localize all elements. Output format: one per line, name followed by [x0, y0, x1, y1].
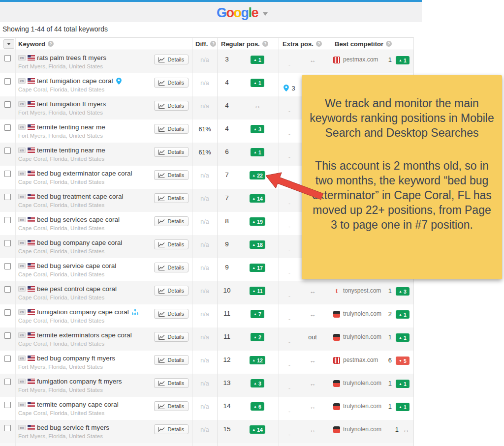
- details-button[interactable]: Details: [154, 216, 189, 226]
- regular-pos-up-badge: ▲7: [251, 310, 264, 318]
- keyword-cell: enbed bug treatment cape coralCape Coral…: [16, 189, 192, 212]
- triangle-up-icon: ▲: [399, 382, 402, 386]
- row-checkbox[interactable]: [4, 309, 11, 316]
- triangle-up-icon: ▲: [253, 58, 257, 61]
- row-checkbox[interactable]: [4, 286, 11, 293]
- diff-value: 61%: [198, 126, 211, 143]
- details-button[interactable]: Details: [154, 78, 189, 88]
- triangle-up-icon: ▲: [253, 127, 257, 131]
- details-button[interactable]: Details: [154, 124, 189, 134]
- help-icon[interactable]: ?: [210, 41, 216, 47]
- details-button[interactable]: Details: [154, 378, 189, 388]
- extra-pos-change: ↔: [300, 311, 325, 327]
- row-checkbox[interactable]: [4, 263, 11, 269]
- details-button[interactable]: Details: [154, 170, 189, 180]
- column-header-diff-label: Diff.: [195, 40, 208, 48]
- search-engine-selector[interactable]: Google: [217, 6, 268, 20]
- details-button[interactable]: Details: [154, 332, 189, 342]
- regular-pos-up-badge: ▲6: [251, 402, 264, 411]
- row-checkbox[interactable]: [4, 356, 11, 362]
- competitor-domain-link[interactable]: trulynolen.com: [343, 426, 392, 433]
- row-checkbox[interactable]: [4, 217, 11, 223]
- help-icon[interactable]: ?: [316, 41, 322, 47]
- keyword-cell: entent fumigation ft myersFort Myers, Fl…: [16, 96, 192, 119]
- extra-pos-change: ↔: [300, 57, 325, 73]
- triangle-up-icon: ▲: [253, 335, 257, 339]
- row-checkbox[interactable]: [4, 379, 11, 385]
- row-checkbox[interactable]: [4, 194, 11, 200]
- details-button[interactable]: Details: [154, 286, 189, 296]
- row-checkbox[interactable]: [4, 171, 11, 177]
- regular-pos-change: ▲1: [236, 148, 279, 166]
- extra-pos-value: 3: [279, 80, 300, 96]
- row-checkbox[interactable]: [4, 55, 11, 61]
- regular-pos-change-value: 2: [258, 334, 261, 340]
- keyword-text: bed bug exterminator cape coral: [37, 170, 132, 177]
- triangle-up-icon: ▲: [252, 174, 255, 177]
- extra-pos-value: -: [279, 334, 300, 351]
- row-checkbox[interactable]: [4, 332, 11, 339]
- competitor-domain-link[interactable]: trulynolen.com: [343, 403, 385, 410]
- row-checkbox[interactable]: [4, 124, 11, 131]
- details-button[interactable]: Details: [154, 355, 189, 365]
- column-header-diff: Diff. ?: [192, 38, 218, 50]
- row-checkbox[interactable]: [4, 425, 11, 431]
- competitor-domain-link[interactable]: trulynolen.com: [343, 310, 385, 317]
- triangle-up-icon: ▲: [253, 405, 257, 408]
- select-all-dropdown[interactable]: [3, 39, 14, 49]
- chevron-down-icon[interactable]: [263, 12, 268, 18]
- help-icon[interactable]: ?: [48, 41, 54, 47]
- language-badge: en: [18, 309, 26, 315]
- regular-pos-value: 4: [218, 102, 236, 119]
- diff-cell: n/a: [192, 281, 218, 304]
- extra-pos-cell: -↔: [279, 397, 330, 420]
- best-competitor-cell: trulynolen.com1▲1: [330, 374, 414, 397]
- regular-pos-value: 8: [218, 217, 236, 235]
- extra-pos-change: ↔: [300, 380, 325, 397]
- help-icon[interactable]: ?: [386, 41, 392, 47]
- details-button[interactable]: Details: [154, 55, 189, 64]
- triangle-up-icon: ▲: [399, 336, 402, 339]
- diff-value: n/a: [200, 195, 209, 212]
- details-button[interactable]: Details: [154, 239, 189, 249]
- google-logo-letter: G: [217, 5, 226, 20]
- regular-pos-change-value: 18: [257, 242, 263, 248]
- details-button[interactable]: Details: [154, 147, 189, 157]
- competitor-position: 1: [388, 333, 392, 341]
- triangle-up-icon: ▲: [399, 290, 402, 293]
- details-button[interactable]: Details: [154, 424, 189, 434]
- line-chart-icon: [158, 242, 165, 247]
- row-checkbox[interactable]: [4, 402, 11, 408]
- details-button[interactable]: Details: [154, 101, 189, 111]
- line-chart-icon: [158, 404, 165, 409]
- competitor-down-badge: ▼5: [396, 357, 410, 365]
- row-select-cell: [0, 304, 16, 327]
- competitor-domain-link[interactable]: pestmax.com: [343, 56, 385, 63]
- best-competitor-cell: ttonyspest.com1▲3: [330, 281, 414, 304]
- details-button[interactable]: Details: [154, 263, 189, 272]
- row-checkbox[interactable]: [4, 148, 11, 154]
- triangle-up-icon: ▲: [252, 220, 255, 223]
- keyword-cell: entermite tenting near meFort Myers, Flo…: [16, 119, 192, 143]
- details-button[interactable]: Details: [154, 401, 189, 411]
- regular-pos-change-value: 19: [257, 219, 263, 225]
- competitor-domain-link[interactable]: tonyspest.com: [343, 287, 385, 294]
- competitor-position: 1: [388, 403, 392, 410]
- diff-value: n/a: [200, 241, 209, 258]
- extra-pos-value: -: [279, 403, 300, 420]
- competitor-up-badge: ▲1: [396, 56, 410, 64]
- line-chart-icon: [158, 311, 165, 317]
- row-checkbox[interactable]: [4, 78, 11, 85]
- diff-cell: 61%: [192, 143, 218, 166]
- extra-pos-change: ↔: [300, 426, 325, 443]
- details-button[interactable]: Details: [154, 193, 189, 203]
- help-icon[interactable]: ?: [262, 41, 268, 47]
- diff-value: n/a: [200, 380, 209, 397]
- competitor-domain-link[interactable]: pestmax.com: [343, 357, 385, 363]
- competitor-domain-link[interactable]: trulynolen.com: [343, 380, 385, 387]
- diff-value: n/a: [200, 311, 209, 327]
- row-checkbox[interactable]: [4, 101, 11, 108]
- row-checkbox[interactable]: [4, 240, 11, 246]
- details-button[interactable]: Details: [154, 309, 189, 319]
- competitor-domain-link[interactable]: trulynolen.com: [343, 333, 385, 340]
